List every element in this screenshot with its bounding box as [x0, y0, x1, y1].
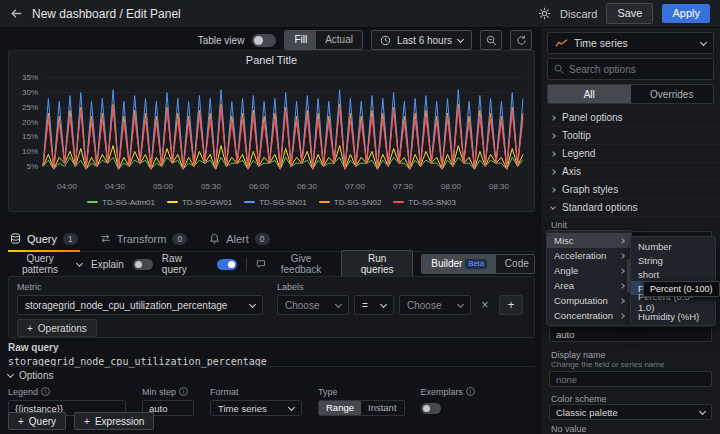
legend-item[interactable]: TD-SG-SN03 [393, 198, 456, 207]
tab-transform[interactable]: Transform 0 [98, 226, 189, 251]
refresh-button[interactable] [510, 30, 532, 50]
metric-select[interactable]: storagegrid_node_cpu_utilization_percent… [17, 295, 263, 315]
options-sections: Panel options Tooltip Legend Axis Graph … [541, 108, 720, 217]
add-label-button[interactable]: + [499, 295, 523, 315]
legend-item[interactable]: TD-SG-SN01 [244, 198, 307, 207]
section-tooltip[interactable]: Tooltip [541, 127, 720, 145]
tab-query[interactable]: Query 1 [8, 226, 80, 251]
section-axis[interactable]: Axis [541, 163, 720, 181]
options-search-input[interactable] [569, 64, 707, 75]
chevron-down-icon [380, 300, 387, 307]
display-name-input[interactable] [549, 371, 712, 387]
code-button[interactable]: Code [496, 255, 535, 273]
type-range-button[interactable]: Range [319, 401, 361, 415]
section-graph-styles[interactable]: Graph styles [541, 181, 720, 199]
svg-text:08:00: 08:00 [440, 182, 461, 191]
chevron-right-icon [619, 298, 625, 304]
time-series-chart[interactable]: 5%10%15%20%25%30%35%04:0004:3005:0005:30… [13, 69, 531, 195]
discard-button[interactable]: Discard [560, 8, 597, 20]
section-panel-options[interactable]: Panel options [541, 109, 720, 127]
operations-label: Operations [38, 323, 87, 334]
gear-icon [538, 7, 551, 20]
type-instant-button[interactable]: Instant [361, 401, 404, 415]
svg-text:05:30: 05:30 [200, 182, 221, 191]
labels-label: Labels [277, 281, 523, 292]
tab-transform-label: Transform [117, 233, 167, 245]
unit-category-angle[interactable]: Angle [547, 263, 631, 278]
apply-button[interactable]: Apply [662, 4, 710, 23]
tab-alert[interactable]: Alert 0 [207, 226, 271, 251]
time-range-picker[interactable]: Last 6 hours [371, 30, 472, 50]
unit-item-number[interactable]: Number [631, 239, 715, 253]
unit-category-area[interactable]: Area [547, 278, 631, 293]
svg-text:10%: 10% [21, 147, 37, 156]
time-range-label: Last 6 hours [397, 35, 452, 46]
actual-button[interactable]: Actual [316, 31, 362, 49]
unit-category-acceleration[interactable]: Acceleration [547, 248, 631, 263]
plus-icon: + [18, 416, 24, 427]
add-operations-button[interactable]: + Operations [17, 319, 97, 337]
chevron-down-icon [249, 300, 256, 307]
raw-query-toggle-label: Raw query [162, 253, 208, 275]
fill-button[interactable]: Fill [285, 31, 316, 49]
options-collapse-header[interactable]: Options [8, 370, 53, 381]
format-select[interactable]: Time series [210, 400, 302, 416]
query-options-section: Options Legendi Min stepi Format Time se… [8, 366, 535, 416]
visualization-picker[interactable]: Time series [547, 32, 714, 54]
remove-label-button[interactable]: × [476, 295, 494, 315]
unit-category-menu: Misc Acceleration Angle Area Computation… [546, 230, 632, 326]
chevron-down-icon [76, 259, 83, 266]
raw-query-toggle[interactable] [217, 259, 237, 270]
unit-item-percent-0-1[interactable]: Percent (0.0-1.0) [631, 295, 715, 309]
back-button[interactable] [10, 7, 23, 20]
exemplars-toggle[interactable] [421, 403, 441, 414]
metric-value: storagegrid_node_cpu_utilization_percent… [25, 300, 227, 311]
label-name-select[interactable]: Choose [277, 295, 349, 315]
legend-item[interactable]: TD-SG-GW01 [167, 198, 232, 207]
run-queries-button[interactable]: Run queries [341, 250, 413, 278]
no-value-label: No value [551, 424, 587, 434]
plus-icon: + [84, 416, 90, 427]
unit-item-string[interactable]: String [631, 253, 715, 267]
explain-toggle[interactable] [133, 259, 153, 270]
color-scheme-select[interactable]: Classic palette [549, 404, 712, 420]
label-operator-select[interactable]: = [354, 295, 394, 315]
give-feedback-link[interactable]: Give feedback [256, 253, 332, 275]
graph-icon [555, 38, 568, 48]
chevron-right-icon [619, 313, 625, 319]
tab-all[interactable]: All [548, 85, 631, 103]
zoom-out-button[interactable] [480, 30, 502, 50]
chevron-right-icon [619, 253, 625, 259]
min-input[interactable] [549, 326, 712, 342]
unit-item-short[interactable]: short [631, 267, 715, 281]
explain-label: Explain [91, 259, 124, 270]
give-feedback-label: Give feedback [270, 253, 332, 275]
legend-item[interactable]: TD-SG-Adm01 [87, 198, 155, 207]
unit-category-concentration[interactable]: Concentration [547, 308, 631, 323]
plus-icon: + [507, 298, 514, 312]
section-standard-options[interactable]: Standard options [541, 199, 720, 217]
bell-icon [209, 233, 220, 244]
dashboard-settings-button[interactable] [538, 7, 551, 20]
unit-category-misc[interactable]: Misc [547, 233, 631, 248]
legend-item[interactable]: TD-SG-SN02 [319, 198, 382, 207]
unit-category-computation[interactable]: Computation [547, 293, 631, 308]
exemplars-label: Exemplars [421, 387, 464, 397]
label-name-placeholder: Choose [285, 300, 319, 311]
add-expression-button[interactable]: + Expression [74, 412, 154, 430]
arrow-left-icon [10, 7, 23, 20]
raw-query-block: Raw query storagegrid_node_cpu_utilizati… [8, 342, 535, 367]
save-button[interactable]: Save [606, 3, 653, 24]
builder-button[interactable]: Builder Beta [422, 255, 496, 273]
section-legend[interactable]: Legend [541, 145, 720, 163]
query-patterns-dropdown[interactable]: Query patterns [8, 253, 82, 275]
beta-badge: Beta [465, 259, 486, 269]
svg-text:06:30: 06:30 [296, 182, 317, 191]
legend-label: TD-SG-SN03 [408, 198, 456, 207]
tab-overrides[interactable]: Overrides [631, 85, 714, 103]
transform-icon [100, 233, 111, 244]
label-value-select[interactable]: Choose [399, 295, 471, 315]
table-view-toggle[interactable] [252, 34, 276, 47]
add-query-button[interactable]: + Query [8, 412, 66, 430]
legend-label: TD-SG-GW01 [182, 198, 232, 207]
